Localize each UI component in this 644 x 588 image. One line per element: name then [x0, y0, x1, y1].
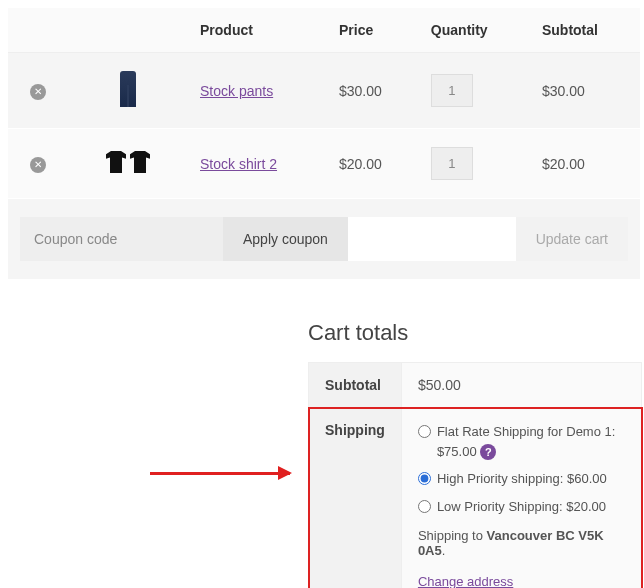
subtotal-cell: $30.00	[530, 53, 640, 129]
product-link[interactable]: Stock shirt 2	[200, 156, 277, 172]
help-icon[interactable]: ?	[480, 444, 496, 460]
shipping-option-label: Low Priority Shipping: $20.00	[437, 497, 606, 517]
quantity-input[interactable]	[431, 147, 473, 180]
shipping-option-label: High Priority shipping: $60.00	[437, 469, 607, 489]
cart-totals-title: Cart totals	[308, 320, 642, 346]
product-link[interactable]: Stock pants	[200, 83, 273, 99]
shipping-option[interactable]: Flat Rate Shipping for Demo 1: $75.00 ?	[418, 422, 625, 461]
annotation-arrow	[150, 472, 290, 475]
shipping-radio[interactable]	[418, 472, 431, 485]
shipping-option[interactable]: High Priority shipping: $60.00	[418, 469, 625, 489]
remove-icon[interactable]: ✕	[30, 157, 46, 173]
coupon-input[interactable]	[20, 217, 223, 261]
update-cart-button[interactable]: Update cart	[516, 217, 628, 261]
shipping-options: Flat Rate Shipping for Demo 1: $75.00 ? …	[418, 422, 625, 516]
shipping-radio[interactable]	[418, 500, 431, 513]
shipping-radio[interactable]	[418, 425, 431, 438]
shipping-label: Shipping	[309, 408, 402, 589]
cart-table: Product Price Quantity Subtotal ✕ Stock …	[8, 8, 640, 280]
cart-totals: Cart totals Subtotal $50.00 Shipping Fla…	[308, 320, 642, 588]
remove-icon[interactable]: ✕	[30, 84, 46, 100]
col-subtotal: Subtotal	[530, 8, 640, 53]
price-cell: $30.00	[327, 53, 419, 129]
col-quantity: Quantity	[419, 8, 530, 53]
col-product: Product	[188, 8, 327, 53]
shipping-row: Shipping Flat Rate Shipping for Demo 1: …	[309, 408, 642, 589]
shipping-destination: Shipping to Vancouver BC V5K 0A5.	[418, 528, 625, 558]
subtotal-cell: $20.00	[530, 129, 640, 199]
shipping-option-label: Flat Rate Shipping for Demo 1: $75.00	[437, 424, 615, 459]
quantity-input[interactable]	[431, 74, 473, 107]
price-cell: $20.00	[327, 129, 419, 199]
shipping-option[interactable]: Low Priority Shipping: $20.00	[418, 497, 625, 517]
change-address-link[interactable]: Change address	[418, 574, 513, 588]
subtotal-value: $50.00	[401, 363, 641, 408]
apply-coupon-button[interactable]: Apply coupon	[223, 217, 348, 261]
col-thumb	[68, 8, 188, 53]
product-thumb-jeans[interactable]	[120, 71, 136, 107]
col-remove	[8, 8, 68, 53]
product-thumb-shirts[interactable]	[106, 151, 150, 173]
actions-row: Apply coupon Update cart	[8, 199, 640, 280]
table-row: ✕ Stock pants $30.00 $30.00	[8, 53, 640, 129]
subtotal-label: Subtotal	[309, 363, 402, 408]
col-price: Price	[327, 8, 419, 53]
subtotal-row: Subtotal $50.00	[309, 363, 642, 408]
table-row: ✕ Stock shirt 2 $20.00 $20.00	[8, 129, 640, 199]
